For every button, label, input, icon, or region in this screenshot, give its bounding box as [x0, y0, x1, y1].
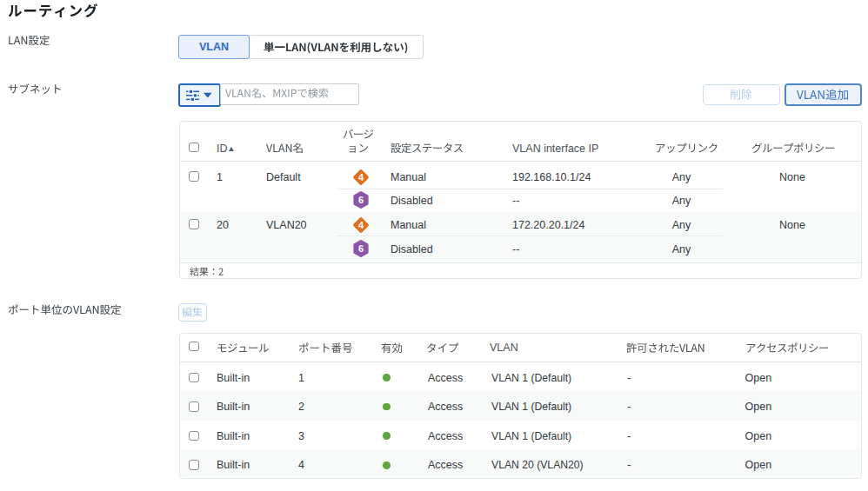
- svg-text:4: 4: [357, 220, 364, 230]
- svg-text:6: 6: [357, 243, 363, 254]
- svg-text:6: 6: [357, 195, 363, 205]
- svg-text:4: 4: [357, 172, 364, 182]
